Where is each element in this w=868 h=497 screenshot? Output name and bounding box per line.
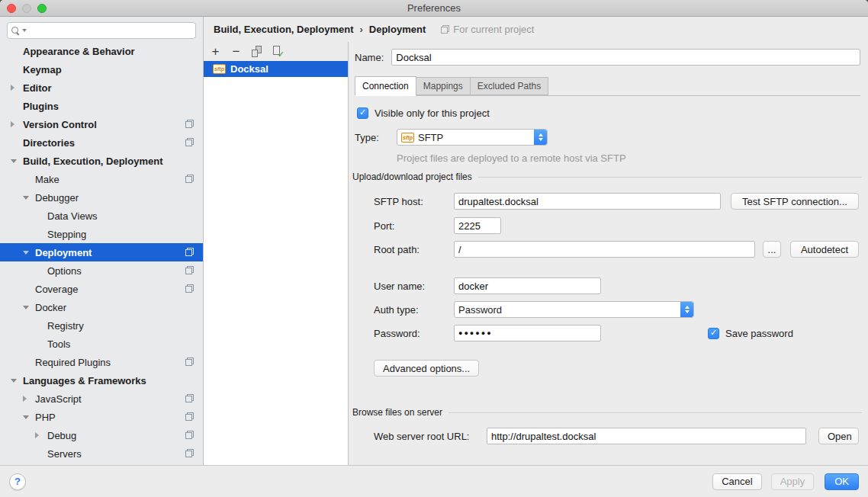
- sidebar-item-version-control[interactable]: Version Control: [0, 115, 203, 133]
- apply-button[interactable]: Apply: [771, 473, 815, 490]
- sidebar-item-label: Coverage: [35, 284, 78, 295]
- sidebar-item-docker[interactable]: Docker: [0, 298, 203, 316]
- settings-search-box[interactable]: [7, 22, 196, 39]
- sidebar-item-label: JavaScript: [35, 393, 82, 405]
- search-options-caret-icon[interactable]: [22, 29, 27, 32]
- web-server-root-url-input[interactable]: [487, 428, 806, 444]
- expand-chevron-icon[interactable]: [11, 121, 14, 127]
- sidebar-item-languages-frameworks[interactable]: Languages & Frameworks: [0, 371, 203, 390]
- save-password-label: Save password: [725, 328, 793, 339]
- per-project-icon: [185, 449, 194, 457]
- sidebar-item-directories[interactable]: Directories: [0, 133, 203, 152]
- minimize-window-button[interactable]: [22, 4, 31, 13]
- sidebar-item-debug[interactable]: Debug: [0, 426, 203, 444]
- sidebar-item-label: Required Plugins: [35, 357, 111, 368]
- add-icon[interactable]: +: [210, 46, 221, 57]
- password-input[interactable]: [454, 325, 601, 341]
- root-path-label: Root path:: [374, 244, 454, 255]
- sidebar-item-data-views[interactable]: Data Views: [0, 207, 203, 225]
- user-name-input[interactable]: [454, 277, 601, 294]
- collapse-chevron-icon[interactable]: [23, 306, 29, 309]
- sftp-host-input[interactable]: [454, 193, 721, 210]
- sidebar-item-php[interactable]: PHP: [0, 408, 203, 426]
- sidebar-item-required-plugins[interactable]: Required Plugins: [0, 353, 203, 371]
- per-project-icon: [185, 266, 194, 274]
- expand-chevron-icon[interactable]: [35, 432, 39, 438]
- per-project-icon: [185, 358, 194, 366]
- sidebar-item-coverage[interactable]: Coverage: [0, 280, 203, 298]
- copy-icon[interactable]: [251, 46, 262, 57]
- sidebar-item-label: Tools: [47, 338, 70, 350]
- autodetect-button[interactable]: Autodetect: [790, 241, 859, 258]
- auth-type-select[interactable]: Password: [454, 301, 694, 318]
- sidebar-item-stepping[interactable]: Stepping: [0, 225, 203, 243]
- search-input[interactable]: [30, 24, 191, 37]
- breadcrumb: Build, Execution, Deployment › Deploymen…: [204, 17, 868, 42]
- close-window-button[interactable]: [7, 4, 16, 13]
- sftp-file-icon: sftp: [401, 133, 414, 143]
- sidebar-item-debugger[interactable]: Debugger: [0, 188, 203, 207]
- name-input[interactable]: [391, 49, 860, 66]
- visible-only-checkbox[interactable]: [357, 107, 368, 119]
- collapse-chevron-icon[interactable]: [11, 159, 17, 163]
- sidebar-item-build-execution-deployment[interactable]: Build, Execution, Deployment: [0, 152, 203, 170]
- server-list: sftpDocksal: [204, 61, 348, 465]
- sidebar-item-make[interactable]: Make: [0, 170, 203, 188]
- tab-mappings[interactable]: Mappings: [416, 77, 471, 95]
- dropdown-stepper-icon[interactable]: [534, 130, 547, 145]
- expand-chevron-icon[interactable]: [11, 85, 14, 91]
- save-password-checkbox[interactable]: [708, 328, 719, 339]
- collapse-chevron-icon[interactable]: [23, 415, 29, 419]
- collapse-chevron-icon[interactable]: [23, 196, 29, 200]
- port-input[interactable]: [454, 217, 501, 234]
- window-controls: [7, 4, 47, 13]
- expand-chevron-icon[interactable]: [23, 396, 27, 402]
- upload-section-title: Upload/download project files: [352, 172, 472, 182]
- sidebar-item-tools[interactable]: Tools: [0, 335, 203, 353]
- name-label: Name:: [355, 52, 384, 63]
- sidebar-item-javascript[interactable]: JavaScript: [0, 390, 203, 408]
- per-project-icon: [185, 284, 194, 293]
- server-item-label: Docksal: [230, 63, 268, 75]
- browse-section-title: Browse files on server: [352, 407, 442, 418]
- collapse-chevron-icon[interactable]: [23, 251, 29, 255]
- dropdown-stepper-icon[interactable]: [680, 302, 693, 317]
- sidebar-item-options[interactable]: Options: [0, 261, 203, 280]
- sidebar-item-label: Stepping: [47, 229, 86, 240]
- server-item-docksal[interactable]: sftpDocksal: [204, 61, 348, 77]
- ok-button[interactable]: OK: [825, 473, 859, 490]
- sidebar-item-editor[interactable]: Editor: [0, 79, 203, 97]
- zoom-window-button[interactable]: [37, 4, 47, 13]
- type-select[interactable]: sftp SFTP: [397, 129, 548, 146]
- sidebar-item-label: Plugins: [23, 101, 59, 112]
- use-as-default-icon[interactable]: ✓: [272, 46, 283, 57]
- breadcrumb-parent[interactable]: Build, Execution, Deployment: [214, 24, 353, 35]
- sidebar-item-keymap[interactable]: Keymap: [0, 60, 203, 79]
- sidebar-item-label: Appearance & Behavior: [23, 46, 135, 57]
- browse-root-path-button[interactable]: ...: [763, 241, 781, 258]
- tab-excluded-paths[interactable]: Excluded Paths: [471, 77, 548, 95]
- sidebar-item-registry[interactable]: Registry: [0, 316, 203, 335]
- settings-sidebar: Appearance & BehaviorKeymapEditorPlugins…: [0, 17, 204, 465]
- type-hint-text: Project files are deployed to a remote h…: [397, 152, 868, 165]
- settings-tree: Appearance & BehaviorKeymapEditorPlugins…: [0, 42, 203, 463]
- remove-icon[interactable]: −: [230, 46, 242, 57]
- sidebar-item-deployment[interactable]: Deployment: [0, 243, 203, 261]
- per-project-icon: [185, 248, 194, 256]
- breadcrumb-current[interactable]: Deployment: [369, 24, 426, 35]
- advanced-options-button[interactable]: Advanced options...: [374, 360, 479, 377]
- sidebar-item-plugins[interactable]: Plugins: [0, 97, 203, 115]
- open-url-button[interactable]: Open: [818, 428, 859, 444]
- sidebar-item-appearance-behavior[interactable]: Appearance & Behavior: [0, 42, 203, 60]
- collapse-chevron-icon[interactable]: [11, 379, 17, 383]
- dialog-footer: ? Cancel Apply OK: [0, 465, 868, 497]
- sidebar-item-label: Debug: [47, 430, 76, 441]
- help-button[interactable]: ?: [9, 473, 26, 490]
- test-sftp-connection-button[interactable]: Test SFTP connection...: [731, 193, 859, 210]
- sidebar-item-label: Directories: [23, 137, 75, 149]
- sidebar-item-servers[interactable]: Servers: [0, 444, 203, 463]
- root-path-input[interactable]: [454, 241, 755, 258]
- tab-connection[interactable]: Connection: [355, 76, 416, 96]
- sidebar-item-label: Registry: [47, 320, 84, 332]
- cancel-button[interactable]: Cancel: [712, 473, 761, 490]
